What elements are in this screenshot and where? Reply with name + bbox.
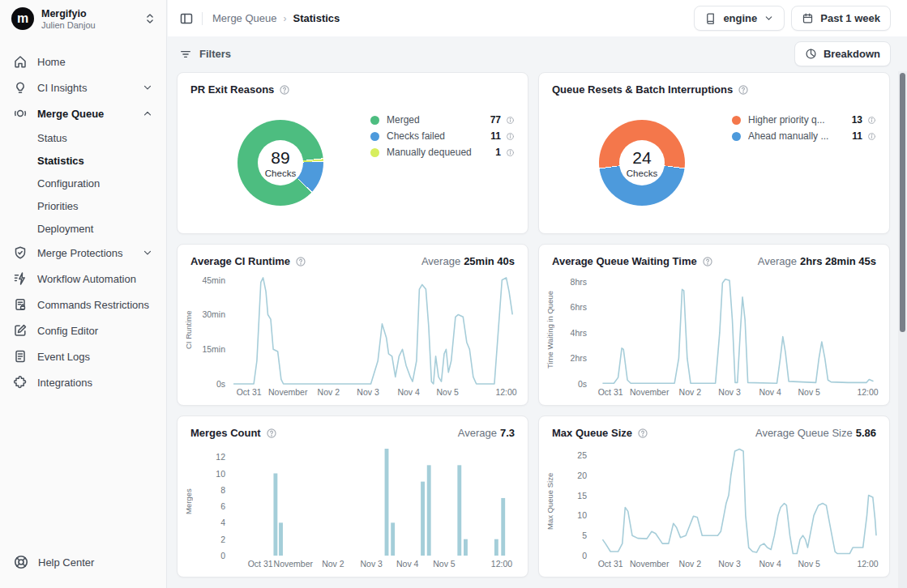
filter-icon	[179, 48, 192, 61]
line-chart-plot	[233, 275, 515, 384]
top-header: Merge Queue › Statistics engine Past 1 w…	[168, 0, 907, 36]
lightbulb-icon	[13, 80, 28, 95]
donut-unit: Checks	[627, 168, 657, 178]
average-stat: Average2hrs 28min 45s	[758, 255, 876, 267]
help-icon[interactable]	[637, 428, 648, 439]
y-axis-title: Max Queue Size	[544, 447, 555, 556]
dashboard-grid: PR Exit Reasons 89 Checks Merged 77	[168, 71, 907, 588]
sidebar-item-event-logs[interactable]: Event Logs	[0, 343, 166, 369]
card-title: Average Queue Waiting Time	[552, 255, 697, 267]
sidebar-item-integrations[interactable]: Integrations	[0, 369, 166, 395]
sidebar-item-home[interactable]: Home	[0, 49, 166, 75]
x-axis-ticks: Oct 31NovemberNov 2Nov 3Nov 4Nov 512:00	[233, 556, 515, 572]
sidebar-item-status[interactable]: Status	[0, 126, 166, 149]
lifebuoy-icon	[13, 554, 29, 570]
y-axis-ticks: 024681012	[194, 447, 233, 556]
queue-resets-donut: 24 Checks	[599, 120, 685, 206]
filters-button[interactable]: Filters	[179, 48, 231, 61]
sidebar-toggle-icon[interactable]	[179, 11, 194, 26]
card-title: Average CI Runtime	[190, 255, 290, 267]
line-chart-plot	[594, 447, 876, 556]
sidebar-item-configuration[interactable]: Configuration	[0, 172, 166, 194]
calendar-icon	[802, 12, 814, 24]
help-icon[interactable]	[266, 428, 277, 439]
legend-item-manually-dequeued[interactable]: Manually dequeued 1	[370, 144, 515, 160]
repo-icon	[704, 12, 717, 24]
sidebar-item-workflow-automation[interactable]: Workflow Automation	[0, 266, 166, 292]
donut-total: 89	[271, 148, 289, 168]
legend-item-higher-priority[interactable]: Higher priority q... 13	[732, 112, 876, 128]
sidebar-item-merge-queue[interactable]: Merge Queue	[0, 100, 166, 126]
max-queue-size-chart: Max Queue Size0510152025Oct 31NovemberNo…	[544, 447, 876, 572]
sidebar-item-commands-restrictions[interactable]: Commands Restrictions	[0, 292, 166, 317]
breadcrumb-separator: ›	[284, 13, 287, 24]
scrollbar-thumb[interactable]	[900, 73, 905, 332]
y-axis-ticks: 0510152025	[555, 447, 594, 556]
help-icon[interactable]	[279, 84, 290, 96]
line-chart-svg	[594, 275, 876, 384]
line-chart-svg	[233, 275, 515, 384]
legend-item-merged[interactable]: Merged 77	[370, 112, 515, 128]
help-icon[interactable]	[702, 256, 713, 267]
vertical-scrollbar[interactable]	[898, 71, 907, 588]
max-queue-size-card: Max Queue Size Average Queue Size5.86 Ma…	[538, 415, 890, 577]
document-icon	[13, 349, 28, 364]
home-icon	[13, 54, 28, 69]
queue-waiting-time-card: Average Queue Waiting Time Average2hrs 2…	[538, 244, 890, 406]
card-title: Queue Resets & Batch Interruptions	[552, 83, 733, 96]
org-switcher[interactable]: m Mergifyio Julien Danjou	[0, 0, 166, 37]
info-icon[interactable]	[867, 116, 876, 125]
date-range-button[interactable]: Past 1 week	[791, 6, 891, 31]
breadcrumb-merge-queue[interactable]: Merge Queue	[212, 12, 277, 24]
merge-queue-icon	[13, 106, 28, 121]
org-user: Julien Danjou	[41, 20, 136, 30]
edit-icon	[13, 323, 28, 338]
pie-chart-icon	[805, 48, 817, 60]
pr-exit-reasons-card: PR Exit Reasons 89 Checks Merged 77	[177, 72, 528, 234]
sidebar-item-merge-protections[interactable]: Merge Protections	[0, 240, 166, 266]
info-icon[interactable]	[506, 148, 515, 157]
legend-dot	[732, 116, 741, 125]
bar-chart-svg	[233, 447, 515, 556]
line-chart-plot	[594, 275, 876, 384]
card-title: PR Exit Reasons	[190, 83, 274, 96]
ci-runtime-card: Average CI Runtime Average25min 40s CI R…	[177, 244, 528, 406]
sidebar-item-deployment[interactable]: Deployment	[0, 217, 166, 240]
info-icon[interactable]	[506, 132, 515, 141]
legend-dot	[370, 148, 379, 157]
unfold-icon	[143, 12, 156, 25]
org-name: Mergifyio	[41, 8, 136, 19]
chevron-down-icon	[764, 13, 774, 23]
card-title: Merges Count	[190, 427, 261, 439]
x-axis-ticks: Oct 31NovemberNov 2Nov 3Nov 4Nov 512:00	[594, 556, 876, 572]
line-chart-svg	[594, 447, 876, 556]
sidebar-item-ci-insights[interactable]: CI Insights	[0, 75, 166, 100]
help-icon[interactable]	[738, 84, 749, 96]
info-icon[interactable]	[867, 132, 876, 141]
legend-item-ahead-manually[interactable]: Ahead manually ... 11	[732, 128, 876, 144]
legend: Higher priority q... 13 Ahead manually .…	[732, 112, 876, 144]
divider	[202, 12, 203, 25]
merges-count-card: Merges Count Average7.3 Merges024681012O…	[177, 415, 528, 577]
repository-select[interactable]: engine	[694, 6, 785, 31]
sidebar-item-statistics[interactable]: Statistics	[0, 149, 166, 172]
sidebar: m Mergifyio Julien Danjou Home CI Insigh…	[0, 0, 167, 588]
chevron-down-icon	[142, 82, 153, 93]
sidebar-item-priorities[interactable]: Priorities	[0, 194, 166, 217]
bar-chart-plot	[233, 447, 515, 556]
legend: Merged 77 Checks failed 11 Manually dequ…	[370, 112, 515, 160]
sidebar-item-config-editor[interactable]: Config Editor	[0, 317, 166, 343]
queue-resets-card: Queue Resets & Batch Interruptions 24 Ch…	[538, 72, 890, 234]
clipboard-lock-icon	[13, 297, 28, 312]
card-title: Max Queue Size	[552, 427, 632, 439]
help-icon[interactable]	[295, 256, 306, 267]
help-center-link[interactable]: Help Center	[13, 554, 153, 570]
breakdown-button[interactable]: Breakdown	[794, 41, 891, 66]
legend-dot	[370, 132, 379, 141]
donut-total: 24	[632, 148, 651, 168]
mergify-logo: m	[11, 7, 34, 30]
info-icon[interactable]	[506, 116, 515, 125]
legend-item-checks-failed[interactable]: Checks failed 11	[370, 128, 515, 144]
zap-icon	[13, 271, 28, 286]
sidebar-nav: Home CI Insights Merge Queue Status Stat…	[0, 37, 166, 543]
